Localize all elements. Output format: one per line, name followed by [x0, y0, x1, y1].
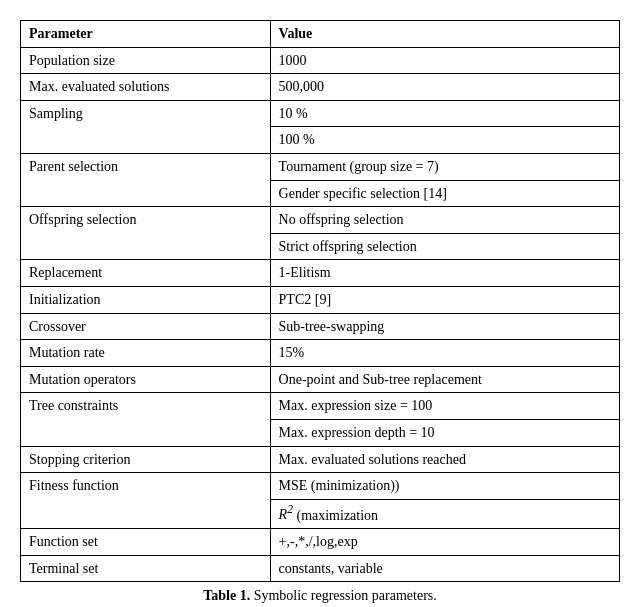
table-row: Population size 1000 [21, 47, 620, 74]
header-value: Value [270, 21, 619, 48]
value-cell: R2 (maximization [270, 499, 619, 528]
caption-label: Table 1. [203, 588, 250, 603]
param-cell: Fitness function [21, 473, 271, 529]
value-cell: constants, variable [270, 555, 619, 582]
param-cell: Population size [21, 47, 271, 74]
table-row: Mutation operators One-point and Sub-tre… [21, 366, 620, 393]
param-cell: Initialization [21, 286, 271, 313]
table-row: Sampling 10 % [21, 100, 620, 127]
param-cell: Mutation rate [21, 340, 271, 367]
table-row: Terminal set constants, variable [21, 555, 620, 582]
table-container: Parameter Value Population size 1000 Max… [20, 20, 620, 604]
value-cell: 500,000 [270, 74, 619, 101]
table-caption: Table 1. Symbolic regression parameters. [20, 588, 620, 604]
table-row: Function set +,-,*,/,log,exp [21, 528, 620, 555]
value-cell: 15% [270, 340, 619, 367]
value-cell: Strict offspring selection [270, 233, 619, 260]
value-cell: 10 % [270, 100, 619, 127]
param-cell: Parent selection [21, 153, 271, 206]
table-row: Max. evaluated solutions 500,000 [21, 74, 620, 101]
table-row: Fitness function MSE (minimization)) [21, 473, 620, 500]
param-cell: Stopping criterion [21, 446, 271, 473]
caption-text: Symbolic regression parameters. [254, 588, 437, 603]
table-row: Mutation rate 15% [21, 340, 620, 367]
value-cell: 1000 [270, 47, 619, 74]
param-cell: Function set [21, 528, 271, 555]
param-cell: Sampling [21, 100, 271, 153]
param-cell: Crossover [21, 313, 271, 340]
param-cell: Tree constraints [21, 393, 271, 446]
value-cell: MSE (minimization)) [270, 473, 619, 500]
table-header-row: Parameter Value [21, 21, 620, 48]
table-row: Replacement 1-Elitism [21, 260, 620, 287]
value-cell: Max. expression depth = 10 [270, 419, 619, 446]
param-cell: Terminal set [21, 555, 271, 582]
param-cell: Replacement [21, 260, 271, 287]
value-cell: +,-,*,/,log,exp [270, 528, 619, 555]
table-row: Stopping criterion Max. evaluated soluti… [21, 446, 620, 473]
param-cell: Max. evaluated solutions [21, 74, 271, 101]
r2-text: R2 [279, 507, 293, 522]
value-cell: Max. evaluated solutions reached [270, 446, 619, 473]
param-cell: Mutation operators [21, 366, 271, 393]
table-row: Initialization PTC2 [9] [21, 286, 620, 313]
value-cell: No offspring selection [270, 207, 619, 234]
value-cell: 100 % [270, 127, 619, 154]
value-cell: 1-Elitism [270, 260, 619, 287]
table-row: Crossover Sub-tree-swapping [21, 313, 620, 340]
parameters-table: Parameter Value Population size 1000 Max… [20, 20, 620, 582]
table-row: Offspring selection No offspring selecti… [21, 207, 620, 234]
value-cell: Sub-tree-swapping [270, 313, 619, 340]
value-cell: PTC2 [9] [270, 286, 619, 313]
table-row: Parent selection Tournament (group size … [21, 153, 620, 180]
value-cell: Tournament (group size = 7) [270, 153, 619, 180]
header-parameter: Parameter [21, 21, 271, 48]
value-cell: Gender specific selection [14] [270, 180, 619, 207]
value-cell: One-point and Sub-tree replacement [270, 366, 619, 393]
value-cell: Max. expression size = 100 [270, 393, 619, 420]
param-cell: Offspring selection [21, 207, 271, 260]
table-row: Tree constraints Max. expression size = … [21, 393, 620, 420]
